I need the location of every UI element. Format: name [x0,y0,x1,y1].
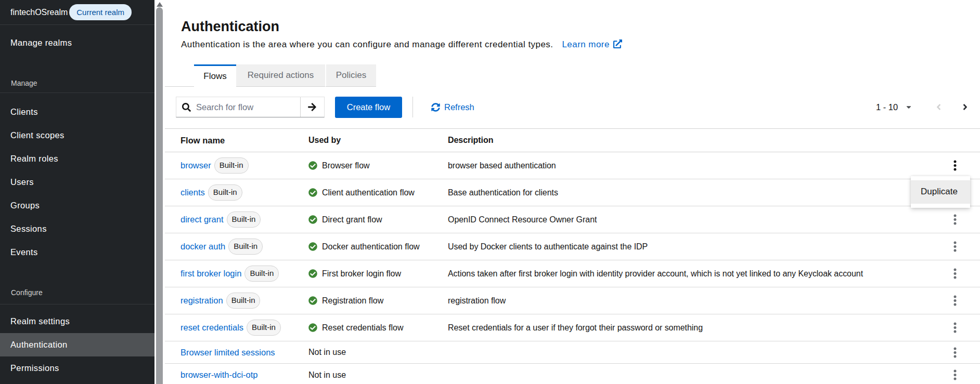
sidebar-item-authentication[interactable]: Authentication [0,333,154,356]
table-row-reset-credentials: reset credentials Built-in Reset credent… [165,314,980,341]
learn-more-label: Learn more [562,39,609,49]
flow-link-reset-credentials[interactable]: reset credentials [180,323,243,333]
flow-link-browser[interactable]: browser [180,161,211,170]
sidebar-item-sessions[interactable]: Sessions [0,217,154,241]
tab-lead-space [165,64,194,87]
description-text: browser based authentication [440,161,930,170]
used-by-text: Registration flow [322,296,383,306]
realm-selector[interactable]: fintechOSrealm Current realm [0,0,154,25]
table-row-first-broker-login: first broker login Built-in First broker… [165,260,980,287]
flows-table: Flow name Used by Description browser Bu… [165,128,980,384]
builtin-badge: Built-in [227,211,261,228]
tab-required-actions[interactable]: Required actions [236,64,325,87]
kebab-menu-button[interactable] [947,237,963,256]
sidebar-item-manage-realms[interactable]: Manage realms [0,31,154,55]
used-by-text: Direct grant flow [322,215,382,224]
check-circle-icon [308,269,317,278]
scrollbar-up-arrow[interactable] [157,2,163,7]
table-header-row: Flow name Used by Description [165,129,980,152]
table-row-direct-grant: direct grant Built-in Direct grant flow … [165,206,980,233]
check-circle-icon [308,242,317,251]
kebab-menu-button[interactable] [947,319,963,337]
sidebar-item-permissions[interactable]: Permissions [0,356,154,380]
tab-bar: Flows Required actions Policies [165,64,980,87]
page-scrollbar[interactable] [154,0,165,384]
sidebar-item-realm-settings[interactable]: Realm settings [0,310,154,333]
description-text: registration flow [440,296,930,306]
used-by-text: Client authentication flow [322,188,415,197]
kebab-menu-button[interactable] [947,210,963,229]
dropdown-item-duplicate[interactable]: Duplicate [911,180,970,204]
used-by-text: Browser flow [322,161,370,170]
flow-link-direct-grant[interactable]: direct grant [180,215,224,224]
sidebar-item-events[interactable]: Events [0,241,154,264]
check-circle-icon [308,323,317,332]
flow-link-browser-with-dci-otp[interactable]: browser-with-dci-otp [180,370,258,380]
column-header-flow-name: Flow name [165,136,300,145]
builtin-badge: Built-in [208,184,242,201]
kebab-dropdown-menu: Duplicate [911,176,970,208]
flow-link-first-broker-login[interactable]: first broker login [180,269,241,279]
check-circle-icon [308,161,317,170]
sidebar-item-clients[interactable]: Clients [0,100,154,124]
description-text: Reset credentials for a user if they for… [440,323,930,333]
table-row-docker-auth: docker auth Built-in Docker authenticati… [165,233,980,260]
column-header-used-by: Used by [300,136,440,145]
external-link-icon [613,39,622,48]
scrollbar-thumb[interactable] [156,7,163,384]
kebab-menu-button[interactable] [947,343,963,362]
sidebar-item-client-scopes[interactable]: Client scopes [0,124,154,147]
description-text: Base authentication for clients [440,188,930,197]
tab-flows[interactable]: Flows [194,64,236,87]
sidebar-group-manage: Manage [0,76,154,91]
description-text: Used by Docker clients to authenticate a… [440,242,930,251]
builtin-badge: Built-in [247,320,281,336]
description-text: Actions taken after first broker login w… [440,269,930,279]
page-description: Authentication is the area where you can… [181,39,622,50]
sidebar: fintechOSrealm Current realm Manage real… [0,0,154,384]
pagination-range: 1 - 10 [876,97,898,117]
learn-more-link[interactable]: Learn more [562,39,622,49]
used-by-text: Docker authentication flow [322,242,420,251]
sidebar-item-users[interactable]: Users [0,170,154,194]
flow-link-browser-limited-sessions[interactable]: Browser limited sessions [180,348,275,357]
flow-link-registration[interactable]: registration [180,296,223,306]
column-header-description: Description [440,136,930,145]
realm-name: fintechOSrealm [10,8,68,17]
table-row-browser-with-dci-otp: browser-with-dci-otp Not in use [165,364,980,384]
flow-link-docker-auth[interactable]: docker auth [180,242,225,251]
table-row-browser-limited-sessions: Browser limited sessions Not in use [165,341,980,364]
builtin-badge: Built-in [228,239,263,255]
pagination-caret-icon[interactable] [905,103,912,113]
used-by-text: Not in use [308,348,346,357]
main-content: Authentication Authentication is the are… [165,0,980,384]
builtin-badge: Built-in [244,266,279,282]
used-by-text: Not in use [308,370,346,380]
sidebar-item-groups[interactable]: Groups [0,194,154,217]
kebab-menu-button[interactable] [947,264,963,283]
pagination-next-button[interactable] [958,100,972,114]
kebab-menu-button[interactable] [947,292,963,310]
tab-policies[interactable]: Policies [325,64,376,87]
page-title: Authentication [181,20,279,34]
table-row-registration: registration Built-in Registration flow … [165,287,980,314]
used-by-text: First broker login flow [322,269,401,279]
pagination-prev-button[interactable] [931,100,946,114]
table-row-clients: clients Built-in Client authentication f… [165,179,980,206]
pagination: 1 - 10 [165,97,980,117]
page-description-text: Authentication is the area where you can… [181,39,553,49]
check-circle-icon [308,296,317,305]
flow-link-clients[interactable]: clients [180,188,205,197]
table-row-browser: browser Built-in Browser flow browser ba… [165,152,980,179]
check-circle-icon [308,188,317,197]
used-by-text: Reset credentials flow [322,323,404,333]
sidebar-group-configure: Configure [0,285,154,300]
builtin-badge: Built-in [226,293,261,309]
description-text: OpenID Connect Resource Owner Grant [440,215,930,224]
check-circle-icon [308,215,317,224]
kebab-menu-button[interactable] [947,366,963,384]
builtin-badge: Built-in [214,157,249,174]
current-realm-badge: Current realm [69,4,132,20]
sidebar-item-realm-roles[interactable]: Realm roles [0,147,154,170]
kebab-menu-button-open[interactable] [947,156,963,175]
